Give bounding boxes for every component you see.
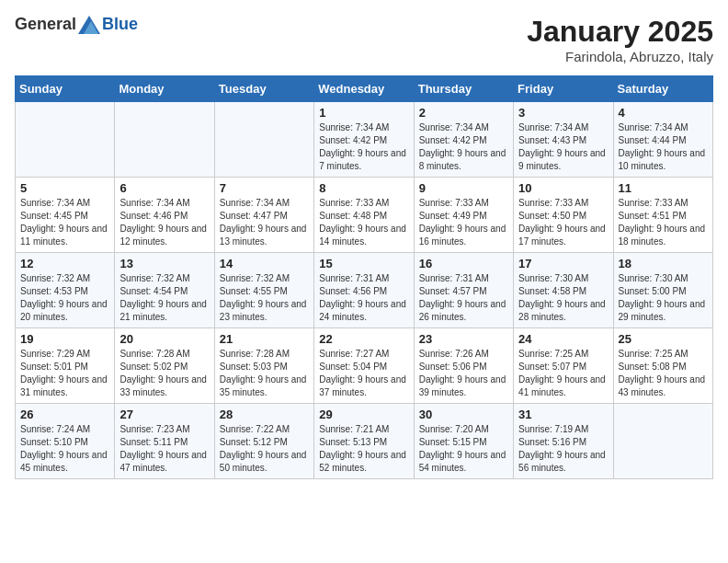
day-info: Sunrise: 7:29 AM Sunset: 5:01 PM Dayligh… xyxy=(20,348,109,399)
day-info: Sunrise: 7:32 AM Sunset: 4:53 PM Dayligh… xyxy=(20,272,109,324)
day-info: Sunrise: 7:25 AM Sunset: 5:08 PM Dayligh… xyxy=(619,348,708,399)
calendar-cell: 5Sunrise: 7:34 AM Sunset: 4:45 PM Daylig… xyxy=(16,178,115,253)
calendar-cell: 30Sunrise: 7:20 AM Sunset: 5:15 PM Dayli… xyxy=(414,404,513,479)
calendar-cell xyxy=(214,102,313,178)
day-number: 27 xyxy=(119,408,209,421)
title-block: January 2025 Farindola, Abruzzo, Italy xyxy=(527,15,713,64)
day-info: Sunrise: 7:33 AM Sunset: 4:48 PM Dayligh… xyxy=(319,197,408,248)
calendar-header: SundayMondayTuesdayWednesdayThursdayFrid… xyxy=(16,76,713,102)
day-number: 3 xyxy=(518,106,608,120)
weekday-header: Saturday xyxy=(613,76,712,102)
day-number: 31 xyxy=(518,408,608,421)
day-number: 4 xyxy=(619,106,708,120)
weekday-header: Monday xyxy=(115,76,214,102)
day-info: Sunrise: 7:27 AM Sunset: 5:04 PM Dayligh… xyxy=(319,348,408,399)
calendar-cell: 19Sunrise: 7:29 AM Sunset: 5:01 PM Dayli… xyxy=(16,328,115,404)
calendar-cell xyxy=(115,102,214,178)
day-number: 2 xyxy=(419,106,508,120)
logo-text-blue: Blue xyxy=(102,15,138,34)
calendar-cell: 16Sunrise: 7:31 AM Sunset: 4:57 PM Dayli… xyxy=(414,253,513,328)
calendar-cell: 26Sunrise: 7:24 AM Sunset: 5:10 PM Dayli… xyxy=(16,404,115,479)
day-info: Sunrise: 7:23 AM Sunset: 5:11 PM Dayligh… xyxy=(119,423,209,475)
day-info: Sunrise: 7:34 AM Sunset: 4:45 PM Dayligh… xyxy=(20,197,109,248)
calendar-cell: 22Sunrise: 7:27 AM Sunset: 5:04 PM Dayli… xyxy=(314,328,414,404)
day-number: 6 xyxy=(119,181,209,195)
calendar-cell: 24Sunrise: 7:25 AM Sunset: 5:07 PM Dayli… xyxy=(514,328,613,404)
day-number: 15 xyxy=(319,257,408,270)
calendar-cell: 2Sunrise: 7:34 AM Sunset: 4:42 PM Daylig… xyxy=(414,102,513,178)
day-number: 16 xyxy=(419,257,508,270)
day-number: 9 xyxy=(419,181,508,195)
calendar-cell: 14Sunrise: 7:32 AM Sunset: 4:55 PM Dayli… xyxy=(214,253,313,328)
calendar-week-row: 5Sunrise: 7:34 AM Sunset: 4:45 PM Daylig… xyxy=(16,178,713,253)
weekday-header: Sunday xyxy=(16,76,115,102)
calendar-cell xyxy=(16,102,115,178)
calendar-cell: 15Sunrise: 7:31 AM Sunset: 4:56 PM Dayli… xyxy=(314,253,414,328)
day-info: Sunrise: 7:34 AM Sunset: 4:47 PM Dayligh… xyxy=(220,197,309,248)
day-number: 26 xyxy=(20,408,109,421)
day-number: 12 xyxy=(20,257,109,270)
day-info: Sunrise: 7:25 AM Sunset: 5:07 PM Dayligh… xyxy=(518,348,608,399)
day-number: 22 xyxy=(319,332,408,346)
day-info: Sunrise: 7:34 AM Sunset: 4:42 PM Dayligh… xyxy=(419,121,508,173)
page-header: General Blue January 2025 Farindola, Abr… xyxy=(15,15,713,64)
calendar-cell: 11Sunrise: 7:33 AM Sunset: 4:51 PM Dayli… xyxy=(613,178,712,253)
calendar-cell: 1Sunrise: 7:34 AM Sunset: 4:42 PM Daylig… xyxy=(314,102,414,178)
day-info: Sunrise: 7:30 AM Sunset: 5:00 PM Dayligh… xyxy=(619,272,708,324)
day-info: Sunrise: 7:34 AM Sunset: 4:42 PM Dayligh… xyxy=(319,121,408,173)
day-info: Sunrise: 7:33 AM Sunset: 4:49 PM Dayligh… xyxy=(419,197,508,248)
day-number: 20 xyxy=(119,332,209,346)
day-info: Sunrise: 7:24 AM Sunset: 5:10 PM Dayligh… xyxy=(20,423,109,475)
weekday-header: Wednesday xyxy=(314,76,414,102)
day-number: 11 xyxy=(619,181,708,195)
day-number: 25 xyxy=(619,332,708,346)
day-info: Sunrise: 7:33 AM Sunset: 4:51 PM Dayligh… xyxy=(619,197,708,248)
weekday-header: Tuesday xyxy=(214,76,313,102)
calendar-cell: 28Sunrise: 7:22 AM Sunset: 5:12 PM Dayli… xyxy=(214,404,313,479)
location: Farindola, Abruzzo, Italy xyxy=(527,49,713,64)
calendar-week-row: 26Sunrise: 7:24 AM Sunset: 5:10 PM Dayli… xyxy=(16,404,713,479)
calendar-week-row: 12Sunrise: 7:32 AM Sunset: 4:53 PM Dayli… xyxy=(16,253,713,328)
day-number: 10 xyxy=(518,181,608,195)
logo-text-general: General xyxy=(15,15,76,34)
logo: General Blue xyxy=(15,15,138,34)
day-number: 24 xyxy=(518,332,608,346)
calendar-body: 1Sunrise: 7:34 AM Sunset: 4:42 PM Daylig… xyxy=(16,102,713,479)
day-info: Sunrise: 7:34 AM Sunset: 4:46 PM Dayligh… xyxy=(119,197,209,248)
day-info: Sunrise: 7:32 AM Sunset: 4:55 PM Dayligh… xyxy=(220,272,309,324)
day-number: 30 xyxy=(419,408,508,421)
calendar-cell: 21Sunrise: 7:28 AM Sunset: 5:03 PM Dayli… xyxy=(214,328,313,404)
calendar-cell: 18Sunrise: 7:30 AM Sunset: 5:00 PM Dayli… xyxy=(613,253,712,328)
calendar-cell: 25Sunrise: 7:25 AM Sunset: 5:08 PM Dayli… xyxy=(613,328,712,404)
logo-icon xyxy=(78,16,100,34)
calendar-cell: 17Sunrise: 7:30 AM Sunset: 4:58 PM Dayli… xyxy=(514,253,613,328)
weekday-header: Friday xyxy=(514,76,613,102)
day-info: Sunrise: 7:32 AM Sunset: 4:54 PM Dayligh… xyxy=(119,272,209,324)
weekday-header: Thursday xyxy=(414,76,513,102)
calendar-cell: 12Sunrise: 7:32 AM Sunset: 4:53 PM Dayli… xyxy=(16,253,115,328)
day-info: Sunrise: 7:33 AM Sunset: 4:50 PM Dayligh… xyxy=(518,197,608,248)
calendar-cell: 4Sunrise: 7:34 AM Sunset: 4:44 PM Daylig… xyxy=(613,102,712,178)
day-info: Sunrise: 7:26 AM Sunset: 5:06 PM Dayligh… xyxy=(419,348,508,399)
calendar-cell: 3Sunrise: 7:34 AM Sunset: 4:43 PM Daylig… xyxy=(514,102,613,178)
day-info: Sunrise: 7:20 AM Sunset: 5:15 PM Dayligh… xyxy=(419,423,508,475)
calendar-week-row: 19Sunrise: 7:29 AM Sunset: 5:01 PM Dayli… xyxy=(16,328,713,404)
day-number: 17 xyxy=(518,257,608,270)
day-number: 19 xyxy=(20,332,109,346)
day-number: 1 xyxy=(319,106,408,120)
day-number: 21 xyxy=(220,332,309,346)
calendar-cell: 9Sunrise: 7:33 AM Sunset: 4:49 PM Daylig… xyxy=(414,178,513,253)
day-number: 28 xyxy=(220,408,309,421)
day-info: Sunrise: 7:19 AM Sunset: 5:16 PM Dayligh… xyxy=(518,423,608,475)
calendar-cell xyxy=(613,404,712,479)
calendar-cell: 31Sunrise: 7:19 AM Sunset: 5:16 PM Dayli… xyxy=(514,404,613,479)
day-info: Sunrise: 7:34 AM Sunset: 4:44 PM Dayligh… xyxy=(619,121,708,173)
day-number: 18 xyxy=(619,257,708,270)
month-title: January 2025 xyxy=(527,15,713,49)
calendar-cell: 6Sunrise: 7:34 AM Sunset: 4:46 PM Daylig… xyxy=(115,178,214,253)
calendar-cell: 10Sunrise: 7:33 AM Sunset: 4:50 PM Dayli… xyxy=(514,178,613,253)
day-number: 7 xyxy=(220,181,309,195)
day-number: 5 xyxy=(20,181,109,195)
day-number: 14 xyxy=(220,257,309,270)
calendar-table: SundayMondayTuesdayWednesdayThursdayFrid… xyxy=(15,75,713,479)
